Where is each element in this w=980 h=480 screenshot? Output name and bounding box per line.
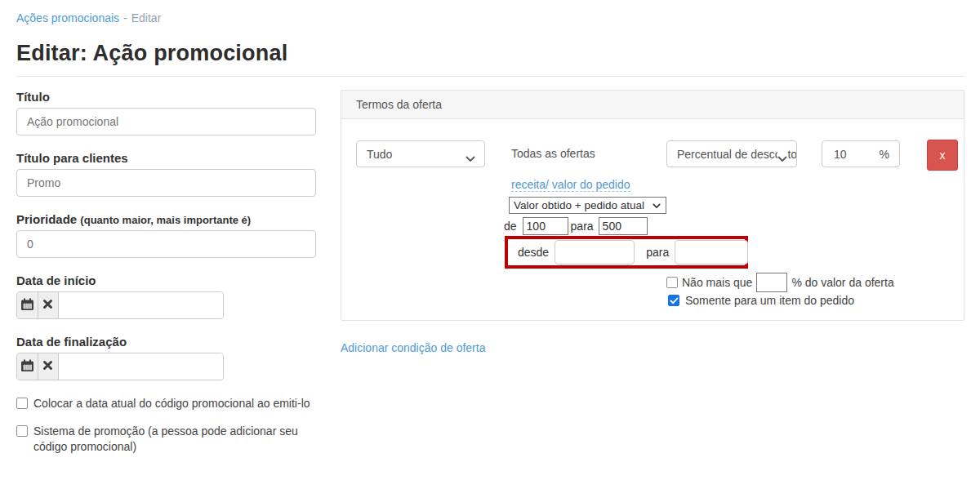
highlighted-range-row: desde para [505, 236, 748, 269]
titulo-clientes-label: Título para clientes [16, 151, 316, 165]
limit-checkbox[interactable] [666, 277, 678, 288]
new-range-to-label: para [646, 246, 669, 259]
sistema-promocao-checkbox-label: Sistema de promoção (a pessoa pode adici… [33, 424, 331, 455]
add-condition-link[interactable]: Adicionar condição de oferta [341, 341, 485, 354]
prioridade-hint: (quanto maior, mais importante é) [80, 214, 251, 226]
breadcrumb: Ações promocionais-Editar [16, 11, 161, 24]
offers-scope-label: Todas as ofertas [511, 147, 595, 160]
form-checkboxes: Colocar a data atual do código promocion… [16, 396, 331, 455]
titulo-label: Título [16, 90, 316, 104]
data-inicio-input[interactable] [59, 292, 223, 318]
data-finalizacao-label: Data de finalização [16, 335, 316, 349]
breadcrumb-link-promotions[interactable]: Ações promocionais [16, 11, 119, 24]
data-atual-checkbox-label: Colocar a data atual do código promocion… [33, 396, 310, 411]
calendar-icon [20, 298, 34, 313]
scope-select-value: Tudo [367, 148, 392, 161]
field-titulo-clientes: Título para clientes [16, 151, 316, 197]
single-item-checkbox[interactable] [668, 295, 679, 306]
clear-date-button[interactable] [38, 292, 60, 318]
breadcrumb-current: Editar [131, 11, 162, 24]
check-row-sistema-promocao: Sistema de promoção (a pessoa pode adici… [16, 424, 331, 455]
condition-type-link[interactable]: receita/ valor do pedido [511, 178, 630, 192]
data-inicio-group [16, 291, 224, 319]
remove-offer-term-button[interactable]: x [927, 140, 958, 171]
new-range-to-input[interactable] [675, 240, 748, 264]
data-inicio-label: Data de início [16, 273, 316, 287]
range-from-input[interactable] [523, 217, 568, 235]
check-row-data-atual: Colocar a data atual do código promocion… [16, 396, 331, 411]
prioridade-label: Prioridade (quanto maior, mais important… [16, 212, 316, 226]
titulo-clientes-input[interactable] [16, 169, 316, 197]
discount-unit-label: % [880, 148, 889, 161]
data-finalizacao-group [16, 353, 224, 380]
offer-terms-panel: Termos da oferta Tudo Todas as ofertas P… [341, 90, 964, 321]
range-to-label: para [571, 220, 594, 233]
limit-label-before: Não mais que [682, 276, 752, 289]
range-to-input[interactable] [599, 217, 648, 235]
chevron-down-icon [466, 152, 475, 165]
breadcrumb-separator: - [123, 11, 127, 24]
discount-type-select[interactable]: Percentual de desconto [666, 140, 797, 167]
condition-value-select-value: Valor obtido + pedido atual [514, 199, 644, 211]
data-finalizacao-input[interactable] [59, 353, 223, 380]
promo-edit-page: Ações promocionais-Editar Editar: Ação p… [0, 0, 980, 480]
single-item-row: Somente para um item do pedido [668, 294, 854, 307]
sistema-promocao-checkbox[interactable] [16, 425, 28, 437]
range-current-row: de para [504, 217, 648, 235]
clear-icon [42, 360, 53, 373]
field-data-inicio: Data de início [16, 273, 316, 319]
title-divider [16, 76, 964, 77]
titulo-input[interactable] [16, 108, 316, 136]
promo-form: Título Título para clientes Prioridade (… [16, 90, 331, 467]
prioridade-input[interactable] [16, 230, 316, 258]
range-from-label: de [504, 220, 517, 233]
scope-select[interactable]: Tudo [356, 140, 485, 167]
field-titulo: Título [16, 90, 316, 136]
field-prioridade: Prioridade (quanto maior, mais important… [16, 212, 316, 258]
condition-value-select[interactable]: Valor obtido + pedido atual [509, 197, 666, 214]
data-atual-checkbox[interactable] [16, 398, 28, 409]
calendar-button[interactable] [17, 353, 38, 380]
limit-row: Não mais que % do valor da oferta [666, 273, 894, 292]
calendar-button[interactable] [17, 292, 38, 318]
new-range-from-label: desde [518, 246, 549, 259]
limit-label-after: % do valor da oferta [791, 276, 893, 289]
clear-icon [42, 299, 53, 312]
page-title: Editar: Ação promocional [16, 41, 287, 66]
clear-date-button[interactable] [38, 353, 60, 380]
discount-amount-input[interactable] [824, 148, 866, 161]
offer-terms-header: Termos da oferta [341, 91, 964, 119]
chevron-down-icon [777, 152, 787, 165]
field-data-finalizacao: Data de finalização [16, 335, 316, 380]
single-item-checkbox-label: Somente para um item do pedido [685, 294, 854, 307]
discount-amount-box: % [822, 140, 900, 167]
calendar-icon [20, 359, 34, 375]
new-range-from-input[interactable] [555, 240, 635, 264]
limit-percent-input[interactable] [756, 273, 787, 292]
chevron-down-icon [653, 199, 661, 211]
